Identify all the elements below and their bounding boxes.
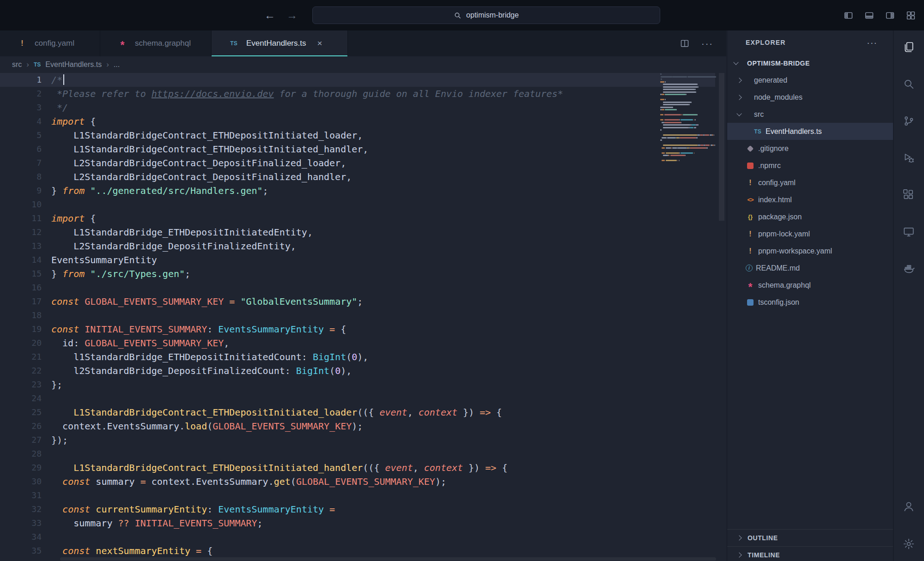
breadcrumb-more[interactable]: ... bbox=[114, 60, 120, 69]
code-line[interactable]: EventsSummaryEntity bbox=[51, 253, 563, 267]
tab-config.yaml[interactable]: !config.yaml bbox=[0, 30, 100, 56]
extensions-icon[interactable] bbox=[903, 189, 915, 201]
code-line[interactable]: *Please refer to https://docs.envio.dev … bbox=[51, 87, 563, 101]
line-number[interactable]: 31 bbox=[0, 489, 42, 502]
explorer-icon[interactable] bbox=[903, 41, 915, 53]
close-tab-icon[interactable]: × bbox=[317, 38, 322, 48]
code-line[interactable]: id: GLOBAL_EVENTS_SUMMARY_KEY, bbox=[51, 336, 563, 350]
code-line[interactable]: }); bbox=[51, 433, 563, 447]
code-line[interactable] bbox=[51, 281, 563, 295]
code-line[interactable]: L2StandardBridge_DepositFinalizedEntity, bbox=[51, 239, 563, 253]
docker-icon[interactable] bbox=[903, 263, 915, 275]
file-.gitignore[interactable]: .gitignore bbox=[727, 140, 893, 157]
line-number[interactable]: 12 bbox=[0, 225, 42, 239]
minimap[interactable] bbox=[660, 73, 716, 561]
line-number[interactable]: 13 bbox=[0, 239, 42, 253]
code-line[interactable]: } from "./src/Types.gen"; bbox=[51, 267, 563, 281]
timeline-section-header[interactable]: TIMELINE bbox=[727, 546, 893, 561]
line-number[interactable]: 23 bbox=[0, 378, 42, 392]
code-line[interactable]: const INITIAL_EVENTS_SUMMARY: EventsSumm… bbox=[51, 322, 563, 336]
code-line[interactable]: const summary = context.EventsSummary.ge… bbox=[51, 475, 563, 489]
toggle-primary-sidebar-icon[interactable] bbox=[844, 11, 853, 20]
code-editor[interactable]: 1234567891011121314151617181920212223242… bbox=[0, 73, 726, 561]
command-center-search[interactable]: optimism-bridge bbox=[312, 6, 660, 24]
code-line[interactable]: L1StandardBridgeContract_ETHDepositIniti… bbox=[51, 461, 563, 475]
code-line[interactable]: summary ?? INITIAL_EVENTS_SUMMARY; bbox=[51, 516, 563, 530]
code-line[interactable] bbox=[51, 198, 563, 211]
tab-schema.graphql[interactable]: *schema.graphql bbox=[100, 30, 212, 56]
line-number[interactable]: 7 bbox=[0, 156, 42, 170]
accounts-icon[interactable] bbox=[903, 501, 915, 513]
line-number[interactable]: 15 bbox=[0, 267, 42, 281]
run-and-debug-icon[interactable] bbox=[903, 152, 915, 164]
line-number[interactable]: 32 bbox=[0, 502, 42, 516]
file-pnpm-lock.yaml[interactable]: !pnpm-lock.yaml bbox=[727, 225, 893, 242]
line-number[interactable]: 28 bbox=[0, 447, 42, 461]
line-number[interactable]: 26 bbox=[0, 419, 42, 433]
line-number[interactable]: 34 bbox=[0, 530, 42, 544]
code-line[interactable]: }; bbox=[51, 378, 563, 392]
line-number[interactable]: 30 bbox=[0, 475, 42, 489]
toggle-secondary-sidebar-icon[interactable] bbox=[885, 11, 895, 20]
file-pnpm-workspace.yaml[interactable]: !pnpm-workspace.yaml bbox=[727, 242, 893, 259]
line-number[interactable]: 4 bbox=[0, 115, 42, 128]
line-number[interactable]: 20 bbox=[0, 336, 42, 350]
line-number[interactable]: 16 bbox=[0, 281, 42, 295]
line-number[interactable]: 25 bbox=[0, 405, 42, 419]
code-line[interactable] bbox=[51, 489, 563, 502]
outline-section-header[interactable]: OUTLINE bbox=[727, 529, 893, 546]
line-number[interactable]: 3 bbox=[0, 101, 42, 115]
breadcrumb-file[interactable]: EventHandlers.ts bbox=[45, 60, 102, 69]
line-number[interactable]: 29 bbox=[0, 461, 42, 475]
split-editor-icon[interactable] bbox=[680, 39, 689, 48]
code-line[interactable]: L2StandardBridgeContract_DepositFinalize… bbox=[51, 156, 563, 170]
code-line[interactable]: } from "../generated/src/Handlers.gen"; bbox=[51, 184, 563, 198]
file-README.md[interactable]: iREADME.md bbox=[727, 259, 893, 277]
breadcrumb-src[interactable]: src bbox=[12, 60, 22, 69]
line-number[interactable]: 9 bbox=[0, 184, 42, 198]
line-number[interactable]: 14 bbox=[0, 253, 42, 267]
folder-generated[interactable]: generated bbox=[727, 72, 893, 89]
line-number[interactable]: 5 bbox=[0, 128, 42, 142]
file-schema.graphql[interactable]: *schema.graphql bbox=[727, 277, 893, 294]
code-line[interactable]: /* bbox=[51, 73, 563, 87]
line-number[interactable]: 18 bbox=[0, 308, 42, 322]
code-line[interactable]: import { bbox=[51, 115, 563, 128]
code-line[interactable] bbox=[51, 530, 563, 544]
vertical-scrollbar[interactable] bbox=[719, 73, 724, 221]
line-number[interactable]: 10 bbox=[0, 198, 42, 211]
file-index.html[interactable]: <>index.html bbox=[727, 191, 893, 208]
folder-node_modules[interactable]: node_modules bbox=[727, 89, 893, 106]
file-config.yaml[interactable]: !config.yaml bbox=[727, 174, 893, 191]
code-line[interactable]: import { bbox=[51, 211, 563, 225]
code-line[interactable] bbox=[51, 308, 563, 322]
line-number[interactable]: 27 bbox=[0, 433, 42, 447]
line-number[interactable]: 11 bbox=[0, 211, 42, 225]
line-number[interactable]: 6 bbox=[0, 142, 42, 156]
code-line[interactable]: context.EventsSummary.load(GLOBAL_EVENTS… bbox=[51, 419, 563, 433]
code-line[interactable]: L1StandardBridgeContract_ETHDepositIniti… bbox=[51, 128, 563, 142]
code-line[interactable]: l2StandardBridge_DepositFinalizedCount: … bbox=[51, 364, 563, 378]
code-line[interactable]: const nextSummaryEntity = { bbox=[51, 544, 563, 558]
line-number[interactable]: 35 bbox=[0, 544, 42, 558]
folder-src[interactable]: src bbox=[727, 106, 893, 123]
code-line[interactable]: */ bbox=[51, 101, 563, 115]
file-tsconfig.json[interactable]: tsconfig.json bbox=[727, 294, 893, 311]
source-control-icon[interactable] bbox=[903, 115, 915, 127]
forward-icon[interactable]: → bbox=[286, 9, 298, 22]
settings-gear-icon[interactable] bbox=[903, 538, 915, 550]
code-line[interactable] bbox=[51, 392, 563, 405]
line-number[interactable]: 24 bbox=[0, 392, 42, 405]
toggle-panel-icon[interactable] bbox=[864, 11, 874, 20]
editor-more-actions-icon[interactable]: ··· bbox=[701, 38, 713, 49]
code-line[interactable]: L2StandardBridgeContract_DepositFinalize… bbox=[51, 170, 563, 184]
line-number[interactable]: 19 bbox=[0, 322, 42, 336]
code-line[interactable]: const currentSummaryEntity: EventsSummar… bbox=[51, 502, 563, 516]
line-number[interactable]: 33 bbox=[0, 516, 42, 530]
line-number[interactable]: 8 bbox=[0, 170, 42, 184]
folder-optimism-bridge[interactable]: OPTIMISM-BRIDGE bbox=[727, 54, 893, 72]
tab-EventHandlers.ts[interactable]: TSEventHandlers.ts× bbox=[212, 30, 348, 56]
line-number[interactable]: 21 bbox=[0, 350, 42, 364]
code-line[interactable]: L1StandardBridgeContract_ETHDepositIniti… bbox=[51, 405, 563, 419]
code-line[interactable]: l1StandardBridge_ETHDepositInitiatedCoun… bbox=[51, 350, 563, 364]
